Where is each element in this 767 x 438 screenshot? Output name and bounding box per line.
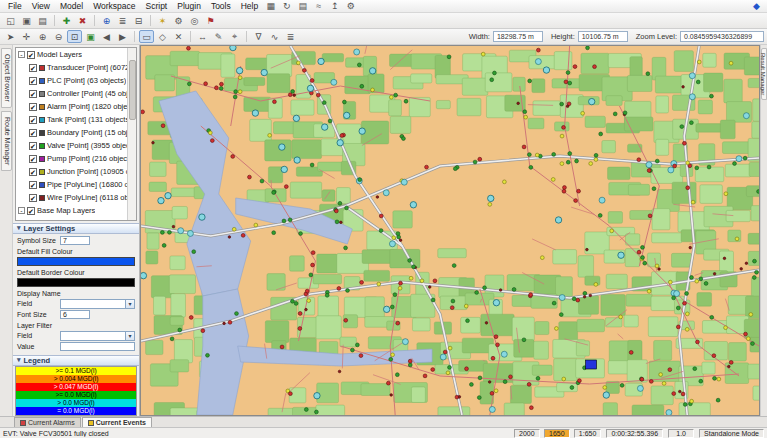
select-arrow-icon[interactable]: ➤ — [3, 30, 18, 43]
open-icon[interactable]: ◱ — [3, 14, 18, 27]
search-icon[interactable]: ◎ — [187, 14, 202, 27]
legend-toggle-icon[interactable]: ≣ — [283, 30, 298, 43]
prev-view-icon[interactable]: ◀ — [99, 30, 114, 43]
menu-help[interactable]: Help — [236, 0, 263, 12]
expand-toggle-icon[interactable]: - — [18, 51, 25, 58]
zoom-in-icon[interactable]: ⊕ — [35, 30, 50, 43]
layer-type-icon — [39, 130, 45, 136]
database-icon[interactable]: ⊟ — [131, 14, 146, 27]
gear-icon[interactable]: ⚙ — [171, 14, 186, 27]
layer-checkbox[interactable]: ✔ — [29, 155, 37, 163]
map-toolbar-icons: ➤✛⊕⊖⊡▣◀▶▭◇✕↔✎⌖∇∿≣ — [3, 30, 298, 43]
select-rect-icon[interactable]: ▭ — [139, 30, 154, 43]
tree-layer-tank[interactable]: ✔Tank [Point] (131 objects) — [16, 113, 127, 126]
layer-checkbox[interactable]: ✔ — [29, 181, 37, 189]
layer-checkbox[interactable]: ✔ — [29, 168, 37, 176]
menu-plugin[interactable]: Plugin — [172, 0, 206, 12]
tree-scrollbar[interactable] — [127, 48, 136, 220]
tree-layer-valve[interactable]: ✔Valve [Point] (3955 objects) — [16, 139, 127, 152]
map-canvas[interactable] — [140, 45, 760, 416]
layer-checkbox[interactable]: ✔ — [29, 220, 37, 221]
filter-field-select[interactable]: ▾ — [60, 331, 135, 341]
add-icon[interactable]: ✚ — [59, 14, 74, 27]
menu-tools[interactable]: Tools — [206, 0, 236, 12]
layer-checkbox[interactable]: ✔ — [29, 116, 37, 124]
left-tab-route-manager[interactable]: Route Manager — [1, 111, 12, 171]
menu-script[interactable]: Script — [141, 0, 173, 12]
expand-toggle-icon[interactable]: - — [18, 207, 25, 214]
layer-label: Pipe [PolyLine] (16800 objects) — [47, 180, 127, 189]
tree-group-model-layers[interactable]: -✔Model Layers — [16, 48, 127, 61]
workspace-icon[interactable]: ▦ — [263, 0, 278, 13]
right-tab-result-manager[interactable]: Result Manager — [761, 48, 767, 100]
table-icon[interactable]: ▤ — [295, 0, 310, 13]
chevron-down-icon: ▾ — [125, 300, 134, 308]
layers-tree[interactable]: -✔Model Layers✔Transducer [Point] (6072 … — [15, 47, 137, 221]
tree-layer-controller[interactable]: ✔Controller [Point] (45 objects) — [16, 87, 127, 100]
profile-icon[interactable]: ∿ — [267, 30, 282, 43]
tree-group-base-map-layers[interactable]: -✔Base Map Layers — [16, 204, 127, 217]
layer-type-icon — [39, 169, 45, 175]
zoom-window-icon[interactable]: ⊡ — [67, 30, 82, 43]
layer-checkbox[interactable]: ✔ — [29, 103, 37, 111]
tree-layer-roads[interactable]: ✔Roads [PolyLine] (33406 objects) — [16, 217, 127, 221]
app-icon[interactable]: ◆ — [749, 0, 764, 13]
tree-layer-transducer[interactable]: ✔Transducer [Point] (6072 objects) — [16, 61, 127, 74]
save-icon[interactable]: ▣ — [19, 14, 34, 27]
layer-checkbox[interactable]: ✔ — [29, 142, 37, 150]
layer-settings-header[interactable]: ▾ Layer Settings — [13, 223, 139, 234]
tab-current-events[interactable]: Current Events — [82, 417, 152, 427]
layer-checkbox[interactable]: ✔ — [27, 51, 35, 59]
legend-header[interactable]: ▾ Legend — [13, 355, 139, 366]
delete-icon[interactable]: ✖ — [75, 14, 90, 27]
layer-checkbox[interactable]: ✔ — [29, 129, 37, 137]
layer-checkbox[interactable]: ✔ — [29, 77, 37, 85]
chart-icon[interactable]: ≈ — [311, 0, 326, 13]
tree-layer-wire[interactable]: ✔Wire [PolyLine] (6118 objects) — [16, 191, 127, 204]
fill-colour-swatch[interactable] — [17, 257, 135, 266]
measure-icon[interactable]: ↔ — [195, 30, 210, 43]
legend-entry: >= 0.1 MGD(l) — [16, 367, 136, 375]
filter-icon[interactable]: ∇ — [251, 30, 266, 43]
filter-value-input[interactable] — [60, 342, 135, 351]
zoom-out-icon[interactable]: ⊖ — [51, 30, 66, 43]
legend-entry: > 0.004 MGD(l) — [16, 375, 136, 383]
select-polygon-icon[interactable]: ◇ — [155, 30, 170, 43]
refresh-icon[interactable]: ↻ — [279, 0, 294, 13]
layer-checkbox[interactable]: ✔ — [29, 194, 37, 202]
tab-label: Current Events — [96, 419, 146, 426]
tab-current-alarms[interactable]: Current Alarms — [14, 417, 81, 427]
tree-layer-pipe[interactable]: ✔Pipe [PolyLine] (16800 objects) — [16, 178, 127, 191]
edit-vertex-icon[interactable]: ✎ — [211, 30, 226, 43]
layer-checkbox[interactable]: ✔ — [29, 90, 37, 98]
next-view-icon[interactable]: ▶ — [115, 30, 130, 43]
tree-scrollbar-thumb[interactable] — [129, 60, 136, 120]
menu-file[interactable]: File — [3, 0, 27, 12]
tree-layer-junction[interactable]: ✔Junction [Point] (10905 objects) — [16, 165, 127, 178]
print-icon[interactable]: ▤ — [35, 14, 50, 27]
menu-view[interactable]: View — [27, 0, 55, 12]
menu-workspace[interactable]: Workspace — [88, 0, 140, 12]
tree-layer-alarm[interactable]: ✔Alarm [Point] (1820 objects) — [16, 100, 127, 113]
font-size-input[interactable]: 6 — [60, 310, 90, 319]
tree-layer-pump[interactable]: ✔Pump [Point] (216 objects) — [16, 152, 127, 165]
tree-layer-plc[interactable]: ✔PLC [Point] (63 objects) — [16, 74, 127, 87]
flag-icon[interactable]: ⚑ — [203, 14, 218, 27]
layers-icon[interactable]: ≣ — [115, 14, 130, 27]
menu-model[interactable]: Model — [55, 0, 88, 12]
symbol-size-input[interactable]: 7 — [60, 236, 90, 245]
layer-checkbox[interactable]: ✔ — [29, 64, 37, 72]
export-icon[interactable]: ↥ — [327, 0, 342, 13]
tree-layer-boundary[interactable]: ✔Boundary [Point] (15 objects) — [16, 126, 127, 139]
left-tab-object-browser[interactable]: Object Browser — [1, 48, 12, 108]
star-icon[interactable]: ✶ — [155, 14, 170, 27]
border-colour-swatch[interactable] — [17, 278, 135, 287]
globe-icon[interactable]: ⊕ — [99, 14, 114, 27]
display-field-select[interactable]: ▾ — [60, 299, 135, 309]
zoom-extent-icon[interactable]: ▣ — [83, 30, 98, 43]
clear-selection-icon[interactable]: ✕ — [171, 30, 186, 43]
snap-icon[interactable]: ⌖ — [227, 30, 242, 43]
pan-icon[interactable]: ✛ — [19, 30, 34, 43]
layer-checkbox[interactable]: ✔ — [27, 207, 35, 215]
settings-icon[interactable]: ⚙ — [343, 0, 358, 13]
